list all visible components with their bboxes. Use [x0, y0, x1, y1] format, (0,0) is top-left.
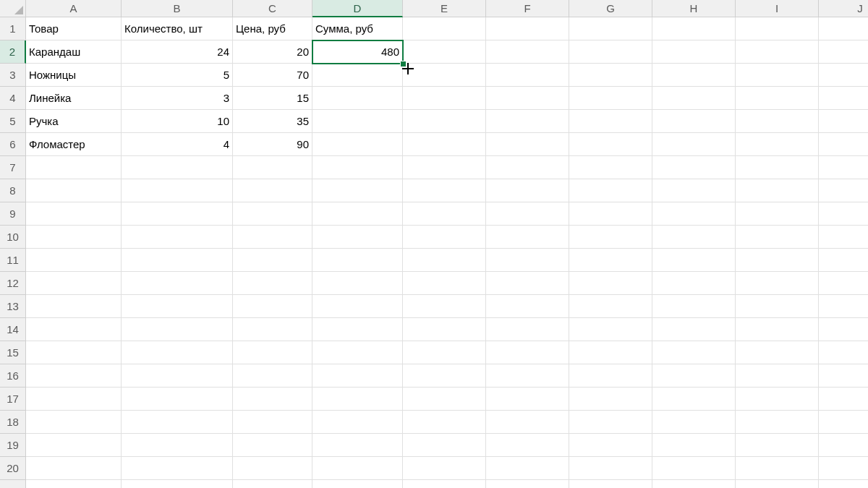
cell-d4[interactable] — [312, 87, 403, 110]
cell-d3[interactable] — [312, 64, 403, 87]
row-header-15[interactable]: 15 — [0, 341, 26, 364]
cell-a18[interactable] — [26, 411, 122, 434]
cell-c13[interactable] — [233, 295, 312, 318]
cell-d5[interactable] — [312, 110, 403, 133]
cell-f2[interactable] — [486, 40, 569, 64]
cell-f3[interactable] — [486, 64, 569, 87]
cell-j10[interactable] — [819, 226, 868, 249]
cell-f20[interactable] — [486, 457, 569, 480]
cell-c16[interactable] — [233, 364, 312, 388]
cell-a1[interactable]: Товар — [26, 17, 122, 40]
row-header-3[interactable]: 3 — [0, 64, 26, 87]
select-all-corner[interactable] — [0, 0, 26, 17]
cell-e14[interactable] — [403, 318, 486, 341]
cell-h16[interactable] — [652, 364, 736, 388]
row-header-14[interactable]: 14 — [0, 318, 26, 341]
cell-g8[interactable] — [569, 179, 652, 202]
cell-i12[interactable] — [736, 272, 819, 295]
cell-b3[interactable]: 5 — [122, 64, 233, 87]
cell-e13[interactable] — [403, 295, 486, 318]
cell-a5[interactable]: Ручка — [26, 110, 122, 133]
cell-j8[interactable] — [819, 179, 868, 202]
cell-i14[interactable] — [736, 318, 819, 341]
cell-d21[interactable] — [312, 480, 403, 488]
cell-i6[interactable] — [736, 133, 819, 156]
cell-e3[interactable] — [403, 64, 486, 87]
column-header-f[interactable]: F — [486, 0, 569, 17]
cell-i2[interactable] — [736, 40, 819, 64]
cell-e20[interactable] — [403, 457, 486, 480]
cell-f17[interactable] — [486, 388, 569, 411]
cell-h2[interactable] — [652, 40, 736, 64]
cell-b5[interactable]: 10 — [122, 110, 233, 133]
cell-c4[interactable]: 15 — [233, 87, 312, 110]
cell-f19[interactable] — [486, 434, 569, 457]
cell-a10[interactable] — [26, 226, 122, 249]
cell-j6[interactable] — [819, 133, 868, 156]
cell-j16[interactable] — [819, 364, 868, 388]
cell-f13[interactable] — [486, 295, 569, 318]
cell-c11[interactable] — [233, 249, 312, 272]
cell-j3[interactable] — [819, 64, 868, 87]
cell-h10[interactable] — [652, 226, 736, 249]
row-header-7[interactable]: 7 — [0, 156, 26, 179]
cell-j15[interactable] — [819, 341, 868, 364]
cell-a16[interactable] — [26, 364, 122, 388]
row-header-18[interactable]: 18 — [0, 411, 26, 434]
row-header-21[interactable]: 21 — [0, 480, 26, 488]
cell-h21[interactable] — [652, 480, 736, 488]
cell-h14[interactable] — [652, 318, 736, 341]
cell-a11[interactable] — [26, 249, 122, 272]
cell-h17[interactable] — [652, 388, 736, 411]
cell-i1[interactable] — [736, 17, 819, 40]
column-header-g[interactable]: G — [569, 0, 652, 17]
cell-i21[interactable] — [736, 480, 819, 488]
cell-d13[interactable] — [312, 295, 403, 318]
cell-c8[interactable] — [233, 179, 312, 202]
cell-a4[interactable]: Линейка — [26, 87, 122, 110]
cell-g12[interactable] — [569, 272, 652, 295]
cell-j21[interactable] — [819, 480, 868, 488]
cell-f4[interactable] — [486, 87, 569, 110]
cell-a20[interactable] — [26, 457, 122, 480]
cell-g11[interactable] — [569, 249, 652, 272]
cell-h1[interactable] — [652, 17, 736, 40]
cell-b8[interactable] — [122, 179, 233, 202]
cell-c2[interactable]: 20 — [233, 40, 312, 64]
cell-e5[interactable] — [403, 110, 486, 133]
row-header-11[interactable]: 11 — [0, 249, 26, 272]
cell-d10[interactable] — [312, 226, 403, 249]
cell-d15[interactable] — [312, 341, 403, 364]
cell-i20[interactable] — [736, 457, 819, 480]
cell-f5[interactable] — [486, 110, 569, 133]
cell-f6[interactable] — [486, 133, 569, 156]
cell-c1[interactable]: Цена, руб — [233, 17, 312, 40]
cell-e8[interactable] — [403, 179, 486, 202]
cell-e21[interactable] — [403, 480, 486, 488]
cell-h20[interactable] — [652, 457, 736, 480]
column-header-j[interactable]: J — [819, 0, 868, 17]
cell-g15[interactable] — [569, 341, 652, 364]
column-header-b[interactable]: B — [122, 0, 233, 17]
cell-i15[interactable] — [736, 341, 819, 364]
cell-c6[interactable]: 90 — [233, 133, 312, 156]
cell-f16[interactable] — [486, 364, 569, 388]
cell-h3[interactable] — [652, 64, 736, 87]
cell-h18[interactable] — [652, 411, 736, 434]
row-header-1[interactable]: 1 — [0, 17, 26, 40]
cell-f9[interactable] — [486, 202, 569, 226]
cell-i4[interactable] — [736, 87, 819, 110]
cell-f11[interactable] — [486, 249, 569, 272]
cell-b2[interactable]: 24 — [122, 40, 233, 64]
cell-h7[interactable] — [652, 156, 736, 179]
cell-f12[interactable] — [486, 272, 569, 295]
cell-f14[interactable] — [486, 318, 569, 341]
cell-j14[interactable] — [819, 318, 868, 341]
cell-b21[interactable] — [122, 480, 233, 488]
cell-i16[interactable] — [736, 364, 819, 388]
row-header-5[interactable]: 5 — [0, 110, 26, 133]
cell-c17[interactable] — [233, 388, 312, 411]
cell-g2[interactable] — [569, 40, 652, 64]
cell-g14[interactable] — [569, 318, 652, 341]
cell-b14[interactable] — [122, 318, 233, 341]
